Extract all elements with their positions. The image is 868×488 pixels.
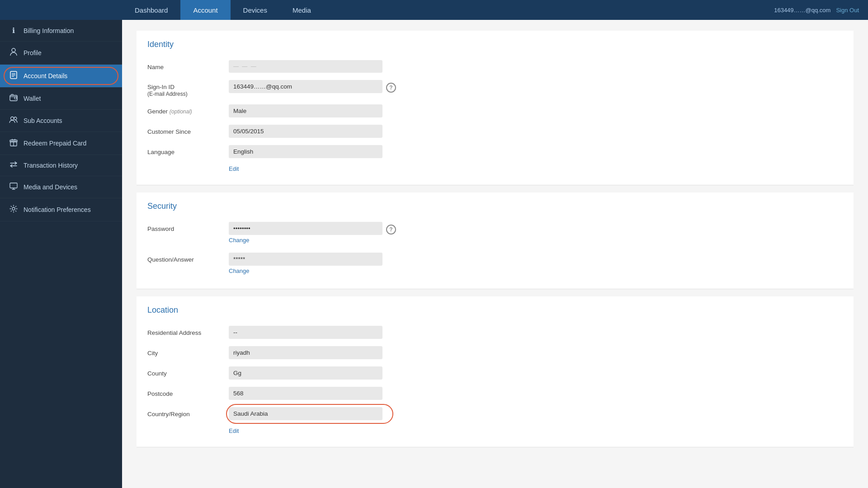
sign-out-link[interactable]: Sign Out — [836, 7, 859, 14]
sidebar-label-billing: Billing Information — [24, 27, 74, 34]
svg-rect-5 — [10, 95, 17, 101]
customer-since-value-wrapper: 05/05/2015 — [229, 125, 382, 138]
sidebar-label-wallet: Wallet — [24, 95, 41, 102]
svg-rect-13 — [10, 183, 17, 188]
info-icon: ℹ — [9, 26, 18, 35]
postcode-label: Postcode — [147, 387, 229, 397]
svg-point-0 — [12, 48, 15, 52]
password-change-link[interactable]: Change — [229, 235, 250, 245]
svg-point-9 — [14, 117, 17, 120]
password-label: Password — [147, 222, 229, 232]
field-name: Name — — — — [137, 56, 854, 76]
signin-id-help-icon[interactable]: ? — [386, 83, 396, 93]
country-region-input[interactable]: Saudi Arabia — [229, 407, 382, 420]
customer-since-label: Customer Since — [147, 125, 229, 135]
name-value-wrapper: — — — — [229, 60, 382, 73]
field-signin-id: Sign-In ID(E-mail Address) 163449……@qq.c… — [137, 76, 854, 101]
signin-id-label: Sign-In ID(E-mail Address) — [147, 80, 229, 97]
sidebar-label-profile: Profile — [24, 49, 42, 56]
page-layout: ℹ Billing Information Profile — [0, 20, 868, 488]
gear-icon — [9, 205, 18, 215]
language-value-wrapper: English — [229, 145, 382, 158]
field-postcode: Postcode 568 — [137, 383, 854, 404]
sidebar-item-media[interactable]: Media and Devices — [0, 176, 122, 198]
nav-dashboard[interactable]: Dashboard — [122, 0, 180, 20]
svg-point-16 — [12, 207, 15, 210]
name-label: Name — [147, 60, 229, 70]
sidebar: ℹ Billing Information Profile — [0, 20, 122, 488]
city-input[interactable]: riyadh — [229, 346, 382, 359]
identity-edit-link[interactable]: Edit — [229, 164, 239, 174]
question-answer-input[interactable]: ***** — [229, 253, 382, 266]
city-label: City — [147, 346, 229, 357]
country-region-label: Country/Region — [147, 407, 229, 418]
signin-id-value-wrapper: 163449……@qq.com — [229, 80, 382, 93]
name-input[interactable]: — — — — [229, 60, 382, 73]
gender-value-wrapper: Male — [229, 104, 382, 117]
identity-edit-row: Edit — [137, 162, 854, 176]
identity-title: Identity — [137, 40, 854, 49]
field-county: County Gg — [137, 363, 854, 383]
sidebar-item-transactions[interactable]: Transaction History — [0, 155, 122, 176]
sidebar-item-redeem[interactable]: Redeem Prepaid Card — [0, 132, 122, 155]
nav-devices[interactable]: Devices — [231, 0, 280, 20]
signin-id-input[interactable]: 163449……@qq.com — [229, 80, 382, 93]
nav-right: 163449……@qq.com Sign Out — [774, 7, 868, 14]
nav-account[interactable]: Account — [180, 0, 230, 20]
location-edit-link[interactable]: Edit — [229, 426, 239, 436]
sidebar-label-media: Media and Devices — [24, 183, 77, 191]
language-input[interactable]: English — [229, 145, 382, 158]
gift-icon — [9, 138, 18, 148]
field-question-answer: Question/Answer ***** Change — [137, 249, 854, 280]
location-edit-row: Edit — [137, 424, 854, 438]
field-password: Password •••••••• Change ? — [137, 218, 854, 249]
county-value-wrapper: Gg — [229, 366, 382, 380]
svg-rect-6 — [14, 97, 17, 99]
identity-section: Identity Name — — — Sign-In ID(E-mail Ad… — [137, 31, 854, 185]
residential-address-input[interactable]: -- — [229, 326, 382, 339]
gender-label: Gender (optional) — [147, 104, 229, 115]
password-help-icon[interactable]: ? — [386, 225, 396, 235]
media-icon — [9, 183, 18, 192]
customer-since-input: 05/05/2015 — [229, 125, 382, 138]
sidebar-label-notifications: Notification Preferences — [24, 206, 91, 213]
question-answer-change-link[interactable]: Change — [229, 266, 250, 276]
password-input[interactable]: •••••••• — [229, 222, 382, 235]
field-language: Language English — [137, 141, 854, 162]
gender-input[interactable]: Male — [229, 104, 382, 117]
sidebar-label-transactions: Transaction History — [24, 162, 78, 169]
postcode-input[interactable]: 568 — [229, 387, 382, 400]
sidebar-label-sub-accounts: Sub Accounts — [24, 117, 62, 124]
security-section: Security Password •••••••• Change ? Ques… — [137, 192, 854, 289]
security-title: Security — [137, 202, 854, 211]
sidebar-item-wallet[interactable]: Wallet — [0, 88, 122, 110]
city-value-wrapper: riyadh — [229, 346, 382, 359]
sidebar-item-billing[interactable]: ℹ Billing Information — [0, 20, 122, 42]
main-content: Identity Name — — — Sign-In ID(E-mail Ad… — [122, 20, 868, 488]
question-answer-value-wrapper: ***** Change — [229, 253, 382, 276]
svg-point-8 — [11, 117, 14, 120]
sidebar-item-notifications[interactable]: Notification Preferences — [0, 198, 122, 221]
account-details-icon — [9, 71, 18, 81]
residential-address-value-wrapper: -- — [229, 326, 382, 339]
sidebar-label-account-details: Account Details — [24, 72, 67, 80]
field-city: City riyadh — [137, 343, 854, 363]
user-email: 163449……@qq.com — [774, 7, 830, 14]
sidebar-item-sub-accounts[interactable]: Sub Accounts — [0, 110, 122, 132]
wallet-icon — [9, 94, 18, 103]
sidebar-item-account-details[interactable]: Account Details — [0, 65, 122, 88]
sidebar-label-redeem: Redeem Prepaid Card — [24, 140, 86, 147]
sidebar-item-profile[interactable]: Profile — [0, 42, 122, 65]
nav-media[interactable]: Media — [280, 0, 324, 20]
postcode-value-wrapper: 568 — [229, 387, 382, 400]
field-gender: Gender (optional) Male — [137, 101, 854, 121]
county-label: County — [147, 366, 229, 377]
county-input[interactable]: Gg — [229, 366, 382, 380]
transaction-icon — [9, 161, 18, 169]
field-customer-since: Customer Since 05/05/2015 — [137, 121, 854, 141]
country-region-value-wrapper: Saudi Arabia — [229, 407, 382, 420]
password-value-wrapper: •••••••• Change — [229, 222, 382, 245]
question-answer-label: Question/Answer — [147, 253, 229, 263]
sub-accounts-icon — [9, 116, 18, 125]
residential-address-label: Residential Address — [147, 326, 229, 336]
